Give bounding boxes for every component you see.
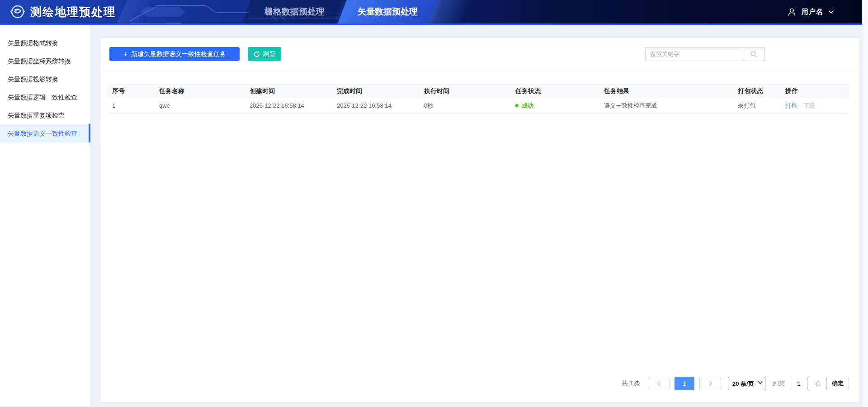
search-input[interactable] — [645, 47, 742, 61]
col-created-at: 创建时间 — [245, 85, 332, 98]
app-title: 测绘地理预处理 — [30, 5, 116, 19]
task-table-area: 序号 任务名称 创建时间 完成时间 执行时间 任务状态 任务结果 打包状态 操作 — [100, 69, 859, 402]
new-task-label: 新建矢量数据语义一致性检查任务 — [131, 50, 226, 58]
chevron-left-icon — [657, 381, 661, 387]
top-tabs: 栅格数据预处理 矢量数据预处理 — [246, 0, 468, 24]
tab-raster-preprocess[interactable]: 栅格数据预处理 — [242, 0, 347, 24]
pack-link[interactable]: 打包 — [785, 102, 797, 109]
goto-page-input[interactable] — [790, 377, 808, 390]
sidebar-item-duplicate-check[interactable]: 矢量数据重复项检查 — [0, 106, 90, 124]
page-size-select-wrap: 20 条/页 — [728, 377, 765, 390]
content-card: + 新建矢量数据语义一致性检查任务 刷新 — [100, 38, 859, 402]
toolbar: + 新建矢量数据语义一致性检查任务 刷新 — [100, 38, 859, 69]
pagination-total: 共 1 条 — [622, 379, 640, 388]
page-scrollbar[interactable] — [862, 0, 868, 407]
cell-actions: 打包 下载 — [781, 98, 849, 114]
col-duration: 执行时间 — [420, 85, 511, 98]
plus-icon: + — [123, 50, 127, 58]
table-row: 1 qwe 2025-12-22 16:58:14 2025-12-22 16:… — [108, 98, 849, 114]
confirm-button[interactable]: 确定 — [826, 377, 849, 390]
page-number-button[interactable]: 1 — [675, 377, 694, 390]
sidebar-item-projection-conversion[interactable]: 矢量数据投影转换 — [0, 70, 90, 88]
cell-finished-at: 2025-12-22 16:58:14 — [332, 98, 420, 114]
refresh-button[interactable]: 刷新 — [248, 47, 281, 61]
app-logo-icon — [9, 3, 26, 20]
cell-created-at: 2025-12-22 16:58:14 — [245, 98, 332, 114]
sidebar-item-semantic-consistency-check[interactable]: 矢量数据语义一致性检查 — [0, 124, 90, 142]
sidebar-item-format-conversion[interactable]: 矢量数据格式转换 — [0, 34, 90, 52]
prev-page-button[interactable] — [648, 377, 670, 390]
cell-status: 成功 — [511, 98, 599, 114]
search-icon — [750, 51, 757, 58]
new-task-button[interactable]: + 新建矢量数据语义一致性检查任务 — [109, 47, 240, 61]
cell-index: 1 — [108, 98, 155, 114]
col-result: 任务结果 — [599, 85, 733, 98]
refresh-label: 刷新 — [263, 50, 275, 58]
user-icon — [787, 7, 797, 17]
col-status: 任务状态 — [511, 85, 599, 98]
table-header-row: 序号 任务名称 创建时间 完成时间 执行时间 任务状态 任务结果 打包状态 操作 — [108, 85, 849, 98]
col-task-name: 任务名称 — [155, 85, 245, 98]
goto-prefix: 到第 — [773, 379, 785, 388]
tab-label: 矢量数据预处理 — [358, 6, 418, 18]
download-link[interactable]: 下载 — [803, 102, 815, 109]
col-actions: 操作 — [781, 85, 849, 98]
user-menu[interactable]: 用户名 — [787, 0, 834, 24]
user-name: 用户名 — [802, 8, 823, 16]
col-finished-at: 完成时间 — [332, 85, 420, 98]
status-text: 成功 — [522, 102, 533, 110]
app-header: 测绘地理预处理 栅格数据预处理 矢量数据预处理 用户名 — [0, 0, 862, 25]
task-table: 序号 任务名称 创建时间 完成时间 执行时间 任务状态 任务结果 打包状态 操作 — [108, 84, 849, 114]
page-size-select[interactable]: 20 条/页 — [728, 377, 765, 390]
search-group — [645, 47, 765, 61]
sidebar-item-coordinate-conversion[interactable]: 矢量数据坐标系统转换 — [0, 52, 90, 70]
chevron-down-icon — [828, 10, 834, 14]
tab-label: 栅格数据预处理 — [264, 6, 325, 18]
main-content: + 新建矢量数据语义一致性检查任务 刷新 — [90, 25, 868, 406]
col-index: 序号 — [108, 85, 155, 98]
chevron-right-icon — [708, 381, 712, 387]
cell-duration: 0秒 — [420, 98, 511, 114]
cell-task-name: qwe — [155, 98, 245, 114]
refresh-icon — [254, 51, 260, 57]
cell-pack-status: 未打包 — [733, 98, 781, 114]
pagination: 共 1 条 1 20 条/页 — [108, 377, 849, 396]
status-dot-icon — [515, 104, 519, 107]
search-button[interactable] — [742, 47, 765, 61]
sidebar-item-logical-consistency-check[interactable]: 矢量数据逻辑一致性检查 — [0, 88, 90, 106]
goto-suffix: 页 — [816, 379, 821, 388]
col-pack-status: 打包状态 — [733, 85, 781, 98]
brand: 测绘地理预处理 — [9, 0, 116, 24]
sidebar: 矢量数据格式转换 矢量数据坐标系统转换 矢量数据投影转换 矢量数据逻辑一致性检查… — [0, 25, 90, 406]
next-page-button[interactable] — [699, 377, 721, 390]
cell-result: 语义一致性检查完成 — [599, 98, 733, 114]
tab-vector-preprocess[interactable]: 矢量数据预处理 — [338, 0, 437, 24]
